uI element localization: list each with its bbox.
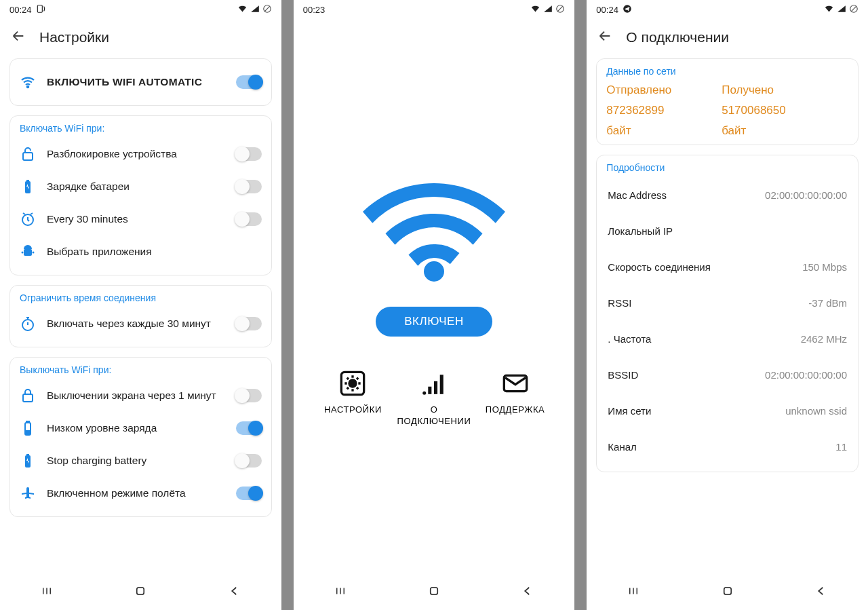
row-label: Включенном режиме полёта (47, 487, 225, 499)
signal-bars-icon (420, 369, 448, 398)
screen-settings: 00:24 Настройки ВКЛЮЧИТЬ WIFI AUTOMATIC (0, 0, 281, 610)
nav-back-icon[interactable] (227, 585, 242, 600)
svg-rect-26 (431, 588, 438, 595)
svg-rect-17 (137, 588, 144, 595)
back-icon[interactable] (11, 28, 26, 46)
btn-settings[interactable]: НАСТРОЙКИ (313, 369, 394, 427)
svg-rect-3 (23, 153, 33, 160)
svg-point-2 (27, 86, 28, 88)
section-title-on: Включать WiFi при: (20, 123, 262, 134)
gear-box-icon (338, 369, 367, 398)
battery-low-icon (20, 420, 36, 436)
section-title-net: Данные по сети (606, 66, 848, 77)
nodata-icon (849, 4, 859, 16)
airplane-icon (20, 485, 36, 501)
row-label: Включать через каждые 30 минут (47, 318, 225, 330)
toggle-airplane[interactable] (236, 487, 262, 500)
nav-recents-icon[interactable] (39, 585, 54, 600)
svg-rect-0 (37, 5, 42, 12)
statusbar: 00:23 (294, 0, 575, 19)
battery-charge-icon (20, 453, 36, 469)
toggle-stopcharge[interactable] (236, 454, 262, 468)
screen-home: 00:23 ВКЛЮЧЕН НАСТРОЙКИ (294, 0, 575, 610)
btn-about-connection[interactable]: О ПОДКЛЮЧЕНИИ (393, 369, 475, 427)
row-label: Разблокировке устройства (47, 148, 225, 160)
toggle-interval-on[interactable] (236, 212, 262, 226)
nfc-icon (36, 4, 45, 16)
btn-support[interactable]: ПОДДЕРЖКА (475, 369, 556, 427)
turn-off-card: Выключать WiFi при: Выключении экрана че… (9, 357, 272, 517)
details-card: Подробности Mac Address02:00:00:00:00:00… (596, 155, 859, 472)
recv-label: Получено (722, 83, 848, 97)
unlock-icon (20, 146, 36, 162)
row-label: Stop charging battery (47, 455, 225, 467)
navbar (587, 575, 868, 610)
toggle-limit[interactable] (236, 317, 262, 330)
sent-value: 872362899 (606, 104, 722, 117)
cell-signal-icon (837, 4, 846, 16)
svg-rect-24 (440, 375, 443, 394)
cell-signal-icon (543, 4, 553, 16)
wifi-signal-icon (237, 3, 248, 16)
svg-point-21 (422, 392, 426, 395)
row-label: Зарядке батареи (47, 180, 225, 193)
wifi-icon (20, 74, 36, 90)
toggle-screenoff[interactable] (236, 389, 262, 402)
svg-point-9 (33, 252, 35, 254)
section-title-off: Выключать WiFi при: (20, 364, 262, 375)
nav-back-icon[interactable] (814, 585, 829, 600)
mail-icon (501, 369, 530, 398)
nav-recents-icon[interactable] (333, 585, 348, 600)
screen-about: 00:24 О подключении Данные по сети Отпра… (587, 0, 868, 610)
telegram-icon (623, 4, 632, 16)
enable-card: ВКЛЮЧИТЬ WIFI AUTOMATIC (9, 58, 272, 106)
svg-rect-11 (23, 394, 33, 402)
navbar (294, 575, 575, 610)
nav-home-icon[interactable] (133, 585, 148, 600)
nodata-icon (555, 4, 565, 16)
recv-unit: байт (722, 124, 848, 138)
svg-rect-29 (724, 588, 731, 595)
android-icon (20, 244, 36, 260)
row-label: Выбрать приложения (47, 246, 262, 258)
svg-point-20 (349, 380, 356, 387)
svg-rect-5 (26, 180, 29, 181)
network-data-card: Данные по сети Отправлено Получено 87236… (596, 58, 859, 145)
status-pill[interactable]: ВКЛЮЧЕН (376, 307, 492, 337)
row-label: Выключении экрана через 1 минут (47, 389, 225, 402)
toggle-unlock[interactable] (236, 147, 262, 161)
svg-rect-13 (26, 421, 29, 423)
recv-value: 5170068650 (722, 104, 848, 117)
toggle-lowbatt[interactable] (236, 421, 262, 435)
statusbar: 00:24 (0, 0, 281, 19)
status-time: 00:24 (596, 5, 618, 15)
enable-label: ВКЛЮЧИТЬ WIFI AUTOMATIC (47, 76, 225, 88)
status-time: 00:24 (9, 5, 32, 15)
section-title-details: Подробности (606, 162, 848, 173)
nav-recents-icon[interactable] (626, 585, 641, 600)
svg-point-8 (22, 252, 24, 254)
page-title: О подключении (626, 29, 729, 45)
wifi-signal-icon (824, 3, 834, 16)
turn-on-card: Включать WiFi при: Разблокировке устройс… (9, 115, 272, 275)
appbar: Настройки (0, 19, 281, 58)
nav-home-icon[interactable] (427, 585, 441, 600)
sent-label: Отправлено (606, 83, 722, 97)
cell-signal-icon (250, 4, 260, 16)
lock-icon (20, 387, 36, 404)
svg-rect-14 (26, 431, 30, 434)
navbar (0, 575, 281, 610)
toggle-charging[interactable] (236, 180, 262, 193)
section-title-limit: Ограничить время соединения (20, 292, 262, 303)
nav-back-icon[interactable] (520, 585, 535, 600)
row-label: Every 30 minutes (47, 213, 225, 225)
svg-rect-16 (26, 454, 29, 455)
svg-rect-7 (24, 249, 32, 256)
wifi-large-icon (349, 166, 519, 288)
toggle-enable[interactable] (236, 75, 262, 89)
wifi-signal-icon (530, 3, 540, 16)
back-icon[interactable] (597, 28, 612, 46)
nav-home-icon[interactable] (720, 585, 735, 600)
battery-charge-icon (20, 178, 36, 195)
choose-apps-row[interactable]: Выбрать приложения (20, 235, 262, 268)
